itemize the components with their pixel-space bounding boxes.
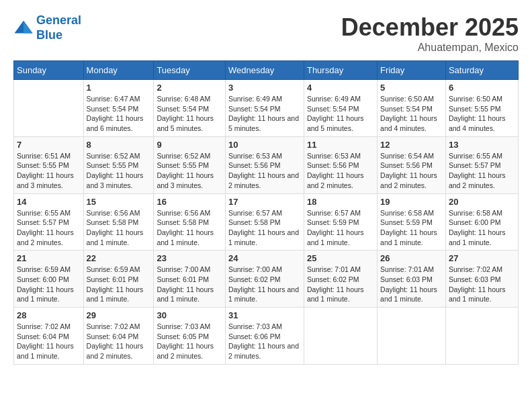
day-info: Sunrise: 7:02 AMSunset: 6:04 PMDaylight:… [87,322,151,361]
svg-marker-1 [24,20,33,33]
day-info: Sunrise: 6:49 AMSunset: 5:54 PMDaylight:… [307,94,374,134]
day-info: Sunrise: 7:02 AMSunset: 6:03 PMDaylight:… [449,265,515,304]
day-number: 7 [17,140,81,150]
day-info: Sunrise: 6:56 AMSunset: 5:58 PMDaylight:… [87,208,151,248]
day-info: Sunrise: 6:56 AMSunset: 5:58 PMDaylight:… [157,208,222,248]
day-info: Sunrise: 6:58 AMSunset: 6:00 PMDaylight:… [449,208,515,248]
weekday-wednesday: Wednesday [225,61,304,80]
calendar-cell: 5Sunrise: 6:50 AMSunset: 5:54 PMDaylight… [378,80,446,137]
calendar-cell: 27Sunrise: 7:02 AMSunset: 6:03 PMDayligh… [445,250,518,308]
day-number: 26 [380,253,443,263]
day-info: Sunrise: 6:49 AMSunset: 5:54 PMDaylight:… [228,94,301,134]
day-number: 12 [380,140,443,150]
calendar-cell: 1Sunrise: 6:47 AMSunset: 5:54 PMDaylight… [83,80,154,137]
calendar-cell: 30Sunrise: 7:03 AMSunset: 6:05 PMDayligh… [154,308,226,365]
day-number: 15 [87,197,151,207]
title-section: December 2025 Ahuatempan, Mexico [341,13,519,54]
logo: General Blue [13,13,81,42]
day-info: Sunrise: 6:53 AMSunset: 5:56 PMDaylight:… [228,151,301,191]
day-info: Sunrise: 6:58 AMSunset: 5:59 PMDaylight:… [380,208,443,248]
calendar-cell [304,308,377,365]
calendar-cell: 7Sunrise: 6:51 AMSunset: 5:55 PMDaylight… [14,136,84,193]
day-info: Sunrise: 7:00 AMSunset: 6:01 PMDaylight:… [157,265,222,304]
page-header: General Blue December 2025 Ahuatempan, M… [13,13,519,54]
calendar-cell: 28Sunrise: 7:02 AMSunset: 6:04 PMDayligh… [14,308,84,365]
calendar-cell [14,80,84,137]
day-number: 10 [228,140,301,150]
day-number: 16 [157,197,222,207]
calendar-cell: 3Sunrise: 6:49 AMSunset: 5:54 PMDaylight… [225,80,304,137]
day-number: 3 [228,83,301,93]
day-number: 8 [87,140,151,150]
day-info: Sunrise: 6:59 AMSunset: 6:01 PMDaylight:… [87,265,151,304]
calendar-header: SundayMondayTuesdayWednesdayThursdayFrid… [14,61,519,80]
weekday-friday: Friday [378,61,446,80]
logo-text: General Blue [36,13,81,42]
day-info: Sunrise: 6:54 AMSunset: 5:56 PMDaylight:… [380,151,443,191]
day-info: Sunrise: 7:01 AMSunset: 6:02 PMDaylight:… [307,265,374,304]
calendar-cell: 25Sunrise: 7:01 AMSunset: 6:02 PMDayligh… [304,250,377,308]
location: Ahuatempan, Mexico [341,42,519,54]
weekday-thursday: Thursday [304,61,377,80]
month-title: December 2025 [341,13,519,42]
day-number: 28 [17,310,81,320]
calendar-cell: 20Sunrise: 6:58 AMSunset: 6:00 PMDayligh… [445,193,518,250]
week-row-1: 7Sunrise: 6:51 AMSunset: 5:55 PMDaylight… [14,136,519,193]
day-number: 24 [228,253,301,263]
day-number: 4 [307,83,374,93]
calendar-cell: 19Sunrise: 6:58 AMSunset: 5:59 PMDayligh… [378,193,446,250]
week-row-2: 14Sunrise: 6:55 AMSunset: 5:57 PMDayligh… [14,193,519,250]
day-info: Sunrise: 7:02 AMSunset: 6:04 PMDaylight:… [17,322,81,361]
calendar-cell [445,308,518,365]
day-number: 20 [449,197,515,207]
day-number: 2 [157,83,222,93]
weekday-tuesday: Tuesday [154,61,226,80]
day-info: Sunrise: 6:50 AMSunset: 5:55 PMDaylight:… [449,94,515,134]
weekday-saturday: Saturday [445,61,518,80]
calendar-body: 1Sunrise: 6:47 AMSunset: 5:54 PMDaylight… [14,80,519,365]
day-number: 25 [307,253,374,263]
day-info: Sunrise: 6:57 AMSunset: 5:58 PMDaylight:… [228,208,301,248]
calendar-table: SundayMondayTuesdayWednesdayThursdayFrid… [13,60,519,365]
day-info: Sunrise: 6:51 AMSunset: 5:55 PMDaylight:… [17,151,81,191]
day-info: Sunrise: 6:59 AMSunset: 6:00 PMDaylight:… [17,265,81,304]
week-row-4: 28Sunrise: 7:02 AMSunset: 6:04 PMDayligh… [14,308,519,365]
day-number: 17 [228,197,301,207]
calendar-cell: 16Sunrise: 6:56 AMSunset: 5:58 PMDayligh… [154,193,226,250]
calendar-cell: 10Sunrise: 6:53 AMSunset: 5:56 PMDayligh… [225,136,304,193]
day-number: 19 [380,197,443,207]
day-info: Sunrise: 6:47 AMSunset: 5:54 PMDaylight:… [87,94,151,134]
day-info: Sunrise: 6:53 AMSunset: 5:56 PMDaylight:… [307,151,374,191]
calendar-cell: 11Sunrise: 6:53 AMSunset: 5:56 PMDayligh… [304,136,377,193]
day-number: 21 [17,253,81,263]
day-number: 31 [228,310,301,320]
calendar-cell: 15Sunrise: 6:56 AMSunset: 5:58 PMDayligh… [83,193,154,250]
day-number: 18 [307,197,374,207]
calendar-cell: 31Sunrise: 7:03 AMSunset: 6:06 PMDayligh… [225,308,304,365]
calendar-cell: 6Sunrise: 6:50 AMSunset: 5:55 PMDaylight… [445,80,518,137]
calendar-cell: 9Sunrise: 6:52 AMSunset: 5:55 PMDaylight… [154,136,226,193]
day-number: 1 [87,83,151,93]
logo-icon [13,18,34,38]
day-number: 11 [307,140,374,150]
day-info: Sunrise: 6:50 AMSunset: 5:54 PMDaylight:… [380,94,443,134]
week-row-0: 1Sunrise: 6:47 AMSunset: 5:54 PMDaylight… [14,80,519,137]
day-info: Sunrise: 6:52 AMSunset: 5:55 PMDaylight:… [87,151,151,191]
day-info: Sunrise: 7:00 AMSunset: 6:02 PMDaylight:… [228,265,301,304]
day-info: Sunrise: 7:03 AMSunset: 6:05 PMDaylight:… [157,322,222,361]
day-number: 23 [157,253,222,263]
day-info: Sunrise: 7:01 AMSunset: 6:03 PMDaylight:… [380,265,443,304]
calendar-cell: 13Sunrise: 6:55 AMSunset: 5:57 PMDayligh… [445,136,518,193]
calendar-cell: 23Sunrise: 7:00 AMSunset: 6:01 PMDayligh… [154,250,226,308]
calendar-cell: 17Sunrise: 6:57 AMSunset: 5:58 PMDayligh… [225,193,304,250]
day-info: Sunrise: 6:55 AMSunset: 5:57 PMDaylight:… [17,208,81,248]
day-number: 22 [87,253,151,263]
calendar-cell: 18Sunrise: 6:57 AMSunset: 5:59 PMDayligh… [304,193,377,250]
calendar-cell: 8Sunrise: 6:52 AMSunset: 5:55 PMDaylight… [83,136,154,193]
weekday-row: SundayMondayTuesdayWednesdayThursdayFrid… [14,61,519,80]
day-number: 13 [449,140,515,150]
calendar-cell: 14Sunrise: 6:55 AMSunset: 5:57 PMDayligh… [14,193,84,250]
calendar-cell: 29Sunrise: 7:02 AMSunset: 6:04 PMDayligh… [83,308,154,365]
calendar-cell: 12Sunrise: 6:54 AMSunset: 5:56 PMDayligh… [378,136,446,193]
day-info: Sunrise: 6:55 AMSunset: 5:57 PMDaylight:… [449,151,515,191]
